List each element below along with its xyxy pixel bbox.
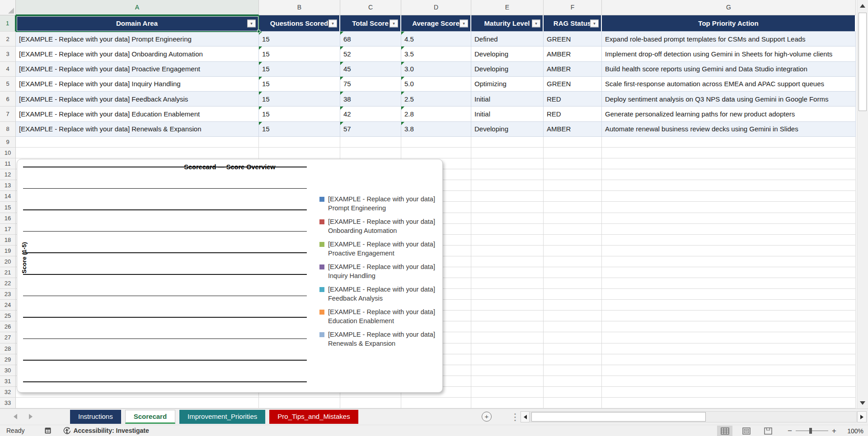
- cell[interactable]: RED: [544, 107, 602, 121]
- filter-dropdown-icon[interactable]: ▾: [590, 19, 599, 27]
- row-header-8[interactable]: 8: [0, 122, 16, 137]
- row-header-19[interactable]: 19: [0, 246, 16, 256]
- cell[interactable]: 38: [340, 92, 401, 107]
- cell[interactable]: AMBER: [544, 46, 602, 61]
- sheet-tab-instructions[interactable]: Instructions: [70, 410, 121, 424]
- cell[interactable]: Automate renewal business review decks u…: [602, 122, 856, 137]
- cell[interactable]: Scale first-response automation across E…: [602, 77, 856, 92]
- cell[interactable]: 68: [340, 32, 401, 46]
- cell[interactable]: Defined: [471, 32, 544, 46]
- sheet-tab-scorecard[interactable]: Scorecard: [125, 410, 175, 424]
- column-header-A[interactable]: A: [16, 0, 259, 15]
- horizontal-scrollbar[interactable]: [530, 411, 857, 422]
- row-header-32[interactable]: 32: [0, 387, 16, 398]
- cell[interactable]: Implement drop-off detection using Gemin…: [602, 46, 856, 61]
- filter-dropdown-icon[interactable]: ▾: [532, 19, 540, 27]
- row-header-12[interactable]: 12: [0, 169, 16, 180]
- cell[interactable]: Initial: [471, 92, 544, 107]
- scroll-right-button[interactable]: [857, 411, 867, 422]
- zoom-in-button[interactable]: +: [828, 427, 840, 436]
- zoom-level[interactable]: 100%: [842, 427, 863, 435]
- cell[interactable]: Developing: [471, 122, 544, 137]
- sheet-tab-pro_tips_and_mistakes[interactable]: Pro_Tips_and_Mistakes: [269, 410, 358, 424]
- column-header-B[interactable]: B: [259, 0, 340, 15]
- row-header-25[interactable]: 25: [0, 311, 16, 321]
- select-all-button[interactable]: [0, 0, 16, 15]
- new-sheet-button[interactable]: +: [482, 412, 492, 422]
- cell[interactable]: 15: [259, 46, 340, 61]
- scroll-left-button[interactable]: [521, 411, 530, 422]
- header-cell[interactable]: Questions Scored▾: [259, 15, 340, 32]
- cell[interactable]: 15: [259, 32, 340, 46]
- cell[interactable]: 2.8: [401, 107, 471, 121]
- horizontal-scrollbar-thumb[interactable]: [531, 412, 706, 422]
- normal-view-button[interactable]: [717, 426, 732, 436]
- sheet-tab-improvement_priorities[interactable]: Improvement_Priorities: [179, 410, 265, 424]
- filter-dropdown-icon[interactable]: ▾: [389, 19, 398, 27]
- vertical-scrollbar-thumb[interactable]: [859, 13, 867, 111]
- cell[interactable]: Initial: [471, 107, 544, 121]
- cell[interactable]: [EXAMPLE - Replace with your data] Promp…: [16, 32, 259, 46]
- row-header-5[interactable]: 5: [0, 77, 16, 92]
- header-cell[interactable]: Maturity Level▾: [471, 15, 544, 32]
- embedded-chart[interactable]: Scorecard — Score Overview Score (1-5) […: [17, 159, 443, 393]
- cell[interactable]: [EXAMPLE - Replace with your data] Inqui…: [16, 77, 259, 92]
- row-header-17[interactable]: 17: [0, 224, 16, 235]
- accessibility-status[interactable]: Accessibility: Investigate: [63, 427, 149, 435]
- cell[interactable]: AMBER: [544, 62, 602, 77]
- row-header-2[interactable]: 2: [0, 32, 16, 46]
- row-header-26[interactable]: 26: [0, 321, 16, 332]
- cell[interactable]: Developing: [471, 46, 544, 61]
- cell[interactable]: 75: [340, 77, 401, 92]
- cell[interactable]: 15: [259, 107, 340, 121]
- filter-dropdown-icon[interactable]: ▾: [328, 19, 337, 27]
- column-header-D[interactable]: D: [401, 0, 471, 15]
- cell[interactable]: 3.5: [401, 46, 471, 61]
- row-header-20[interactable]: 20: [0, 256, 16, 267]
- row-header-4[interactable]: 4: [0, 62, 16, 77]
- cell[interactable]: 57: [340, 122, 401, 137]
- cell[interactable]: 3.8: [401, 122, 471, 137]
- cell[interactable]: AMBER: [544, 122, 602, 137]
- row-header-30[interactable]: 30: [0, 365, 16, 376]
- cell[interactable]: 15: [259, 77, 340, 92]
- cell[interactable]: Generate personalized learning paths for…: [602, 107, 856, 121]
- cell[interactable]: GREEN: [544, 32, 602, 46]
- cell[interactable]: Expand role-based prompt templates for C…: [602, 32, 856, 46]
- vertical-scrollbar[interactable]: [857, 0, 868, 408]
- row-header-10[interactable]: 10: [0, 148, 16, 158]
- cell[interactable]: 15: [259, 62, 340, 77]
- cell[interactable]: 4.5: [401, 32, 471, 46]
- cell[interactable]: Developing: [471, 62, 544, 77]
- row-header-3[interactable]: 3: [0, 46, 16, 61]
- cell[interactable]: 45: [340, 62, 401, 77]
- row-header-24[interactable]: 24: [0, 300, 16, 311]
- cell[interactable]: Deploy sentiment analysis on Q3 NPS data…: [602, 92, 856, 107]
- header-cell[interactable]: Average Score▾: [401, 15, 471, 32]
- next-sheet-icon[interactable]: [29, 414, 33, 419]
- row-header-33[interactable]: 33: [0, 398, 16, 408]
- column-header-E[interactable]: E: [471, 0, 544, 15]
- column-header-G[interactable]: G: [602, 0, 856, 15]
- page-layout-view-button[interactable]: [739, 426, 754, 436]
- row-header-7[interactable]: 7: [0, 107, 16, 121]
- zoom-out-button[interactable]: −: [784, 427, 796, 436]
- macro-record-icon[interactable]: [44, 427, 52, 434]
- cell[interactable]: 42: [340, 107, 401, 121]
- row-header-31[interactable]: 31: [0, 376, 16, 387]
- row-header-1[interactable]: 1: [0, 15, 16, 32]
- zoom-slider[interactable]: [796, 426, 828, 436]
- cell[interactable]: 5.0: [401, 77, 471, 92]
- previous-sheet-icon[interactable]: [14, 414, 17, 419]
- fill-handle[interactable]: [257, 30, 260, 33]
- scrollbar-resize-handle[interactable]: •••: [514, 413, 516, 422]
- cell[interactable]: 15: [259, 122, 340, 137]
- row-header-16[interactable]: 16: [0, 213, 16, 224]
- cell[interactable]: [EXAMPLE - Replace with your data] Feedb…: [16, 92, 259, 107]
- row-header-15[interactable]: 15: [0, 202, 16, 213]
- cell[interactable]: 52: [340, 46, 401, 61]
- row-header-14[interactable]: 14: [0, 191, 16, 202]
- zoom-slider-handle[interactable]: [809, 428, 812, 434]
- cell[interactable]: [EXAMPLE - Replace with your data] Proac…: [16, 62, 259, 77]
- cell[interactable]: GREEN: [544, 77, 602, 92]
